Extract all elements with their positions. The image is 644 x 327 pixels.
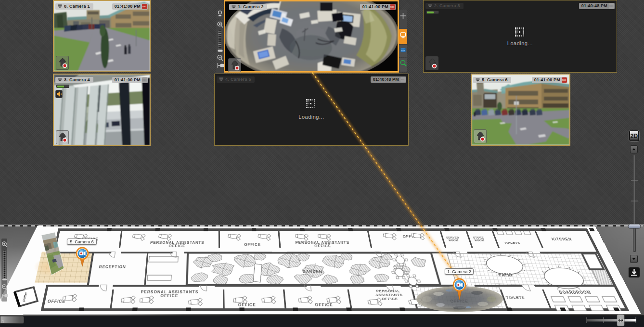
svg-text:GARDEN: GARDEN: [302, 269, 322, 273]
svg-text:TOILETS: TOILETS: [503, 241, 521, 245]
svg-text:ROOM: ROOM: [474, 239, 485, 241]
svg-text:OFFICE: OFFICE: [238, 302, 257, 307]
svg-text:BOARDROOM: BOARDROOM: [558, 290, 592, 294]
svg-text:OFFICE: OFFICE: [168, 244, 185, 248]
svg-text:OFFICE: OFFICE: [315, 302, 333, 307]
svg-text:TOILETS: TOILETS: [505, 295, 526, 300]
svg-text:KITCHEN: KITCHEN: [551, 238, 573, 241]
svg-text:OFFICE: OFFICE: [381, 296, 398, 301]
svg-text:OFFICE: OFFICE: [314, 244, 332, 248]
svg-text:OFFICE: OFFICE: [160, 294, 178, 298]
svg-text:RECEPTION: RECEPTION: [99, 265, 126, 269]
svg-text:ROOM: ROOM: [448, 239, 459, 241]
svg-text:PATIO: PATIO: [498, 273, 513, 277]
svg-text:OFFICE: OFFICE: [244, 243, 261, 247]
